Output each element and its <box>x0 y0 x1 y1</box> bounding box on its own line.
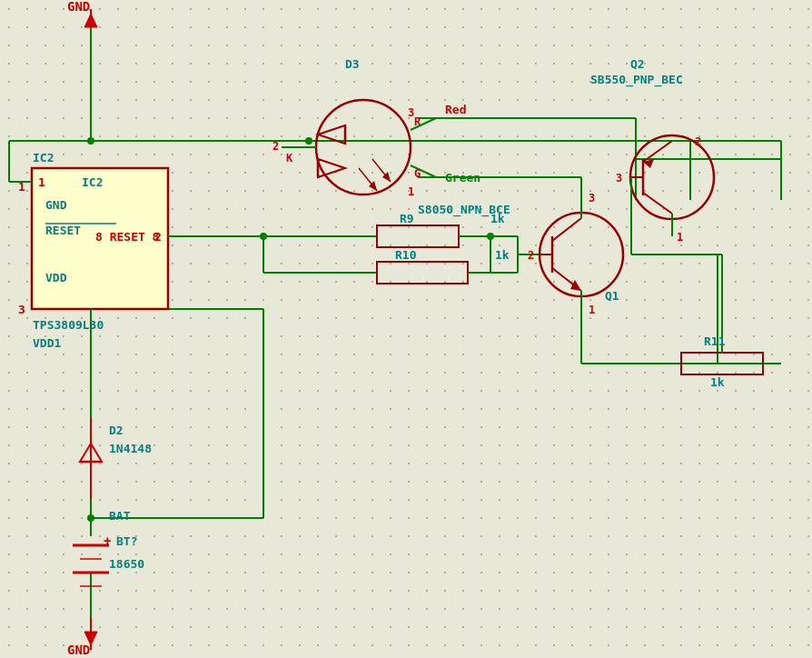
svg-text:18650: 18650 <box>109 557 144 571</box>
svg-text:2: 2 <box>272 140 279 153</box>
svg-text:BT?: BT? <box>116 534 137 548</box>
svg-text:1: 1 <box>677 231 683 244</box>
svg-text:TPS3809L30: TPS3809L30 <box>33 318 104 332</box>
svg-text:Q2: Q2 <box>630 57 645 71</box>
svg-text:Q1: Q1 <box>605 289 619 303</box>
svg-text:+: + <box>104 533 111 548</box>
svg-text:Green: Green <box>445 171 480 184</box>
svg-text:1: 1 <box>38 175 45 189</box>
svg-text:R9: R9 <box>400 212 414 225</box>
schematic-canvas: 1 IC2 GND RESET VDD 1 2 3 <box>0 0 812 658</box>
svg-text:K: K <box>286 152 293 164</box>
svg-text:1: 1 <box>408 185 414 198</box>
svg-point-66 <box>316 100 411 194</box>
svg-text:1k: 1k <box>490 212 505 225</box>
svg-text:RESET: RESET <box>45 224 81 237</box>
svg-text:Red: Red <box>445 103 466 116</box>
svg-text:3: 3 <box>408 106 414 119</box>
svg-text:BAT: BAT <box>109 509 131 523</box>
svg-text:3: 3 <box>616 172 622 184</box>
svg-text:SB550_PNP_BEC: SB550_PNP_BEC <box>590 73 683 87</box>
svg-text:G: G <box>414 167 421 180</box>
svg-text:VDD1: VDD1 <box>33 336 61 350</box>
svg-text:2: 2 <box>528 249 534 262</box>
svg-text:D3: D3 <box>345 57 360 71</box>
svg-text:8 RESET 8: 8 RESET 8 <box>95 230 160 244</box>
svg-text:R11: R11 <box>704 334 726 348</box>
svg-text:R10: R10 <box>395 248 417 262</box>
svg-text:VDD: VDD <box>45 271 67 284</box>
svg-text:D2: D2 <box>109 424 124 437</box>
svg-text:3: 3 <box>589 192 595 204</box>
svg-text:1k: 1k <box>495 248 510 262</box>
svg-text:R: R <box>414 115 421 128</box>
svg-text:1k: 1k <box>710 375 725 389</box>
svg-rect-114 <box>377 262 468 284</box>
svg-text:GND: GND <box>67 0 90 14</box>
svg-text:IC2: IC2 <box>33 151 54 164</box>
svg-text:3: 3 <box>18 303 25 316</box>
svg-text:IC2: IC2 <box>82 175 103 189</box>
svg-text:GND: GND <box>45 198 67 212</box>
svg-text:2: 2 <box>695 135 701 148</box>
svg-text:1: 1 <box>589 304 595 316</box>
svg-rect-109 <box>377 225 459 247</box>
svg-text:1N4148: 1N4148 <box>109 442 152 455</box>
svg-point-28 <box>305 137 312 145</box>
svg-text:GND: GND <box>67 643 90 657</box>
svg-marker-90 <box>570 280 581 291</box>
